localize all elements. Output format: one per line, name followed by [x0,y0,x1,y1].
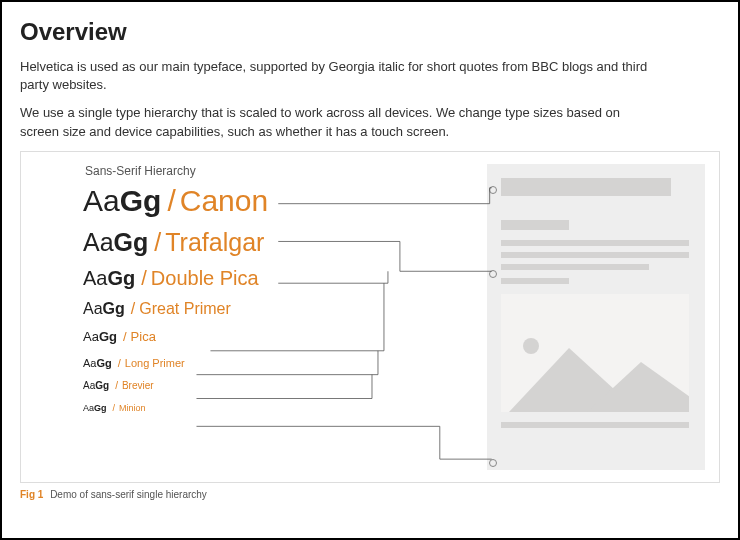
level-name: Brevier [122,380,154,392]
mock-caption-bar [501,422,689,428]
intro-paragraph-1: Helvetica is used as our main typeface, … [20,58,660,94]
mock-heading-bar [501,178,671,196]
image-mountains-icon [501,342,689,412]
figure-panel: Sans-Serif Hierarchy AaGg / Canon AaGg /… [20,151,720,483]
figure-caption-text: Demo of sans-serif single hierarchy [50,489,207,500]
slash: / [167,184,175,219]
intro-paragraph-2: We use a single type hierarchy that is s… [20,104,660,140]
sample-text: AaGg [83,380,109,392]
connector-dot [489,270,497,278]
sample-text: AaGg [83,330,117,345]
sample-text: AaGg [83,300,125,318]
mock-subheading-bar [501,220,569,230]
level-name: Canon [180,184,268,219]
mock-text-line [501,240,689,246]
level-name: Great Primer [139,300,231,318]
sample-text: AaGg [83,403,107,413]
level-name: Minion [119,403,146,413]
connector-dot [489,186,497,194]
level-name: Pica [131,330,156,345]
level-name: Double Pica [151,267,259,290]
level-name: Long Primer [125,357,185,370]
sample-text: AaGg [83,184,161,219]
mock-small-bar [501,278,569,284]
mock-text-line [501,264,649,270]
slash: / [123,330,127,345]
sample-text: AaGg [83,267,135,290]
sample-text: AaGg [83,228,148,257]
connector-dot [489,459,497,467]
page: Overview Helvetica is used as our main t… [0,0,740,540]
level-name: Trafalgar [165,228,264,257]
figure-number: Fig 1 [20,489,43,500]
mock-text-line [501,252,689,258]
slash: / [154,228,161,257]
slash: / [115,380,118,392]
sample-text: AaGg [83,357,112,370]
slash: / [118,357,121,370]
page-title: Overview [20,18,720,46]
slash: / [141,267,147,290]
figure-caption: Fig 1 Demo of sans-serif single hierarch… [20,489,720,500]
slash: / [113,403,116,413]
mock-image-placeholder [501,294,689,412]
slash: / [131,300,135,318]
page-mock-preview [487,164,705,470]
